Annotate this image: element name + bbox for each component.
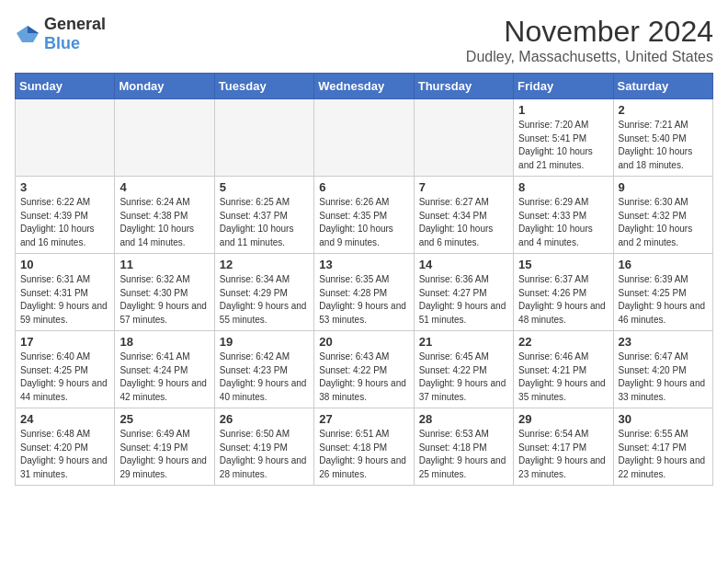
day-number: 29	[518, 412, 608, 426]
day-number: 19	[220, 335, 309, 349]
calendar-cell: 16Sunrise: 6:39 AM Sunset: 4:25 PM Dayli…	[613, 254, 712, 331]
day-number: 15	[518, 258, 608, 271]
day-info: Sunrise: 6:35 AM Sunset: 4:28 PM Dayligh…	[319, 273, 408, 327]
day-number: 23	[619, 335, 708, 349]
day-info: Sunrise: 6:54 AM Sunset: 4:17 PM Dayligh…	[518, 428, 608, 481]
day-info: Sunrise: 6:29 AM Sunset: 4:33 PM Dayligh…	[518, 196, 608, 249]
weekday-header-saturday: Saturday	[613, 74, 712, 99]
weekday-header-tuesday: Tuesday	[214, 74, 313, 99]
calendar-cell: 17Sunrise: 6:40 AM Sunset: 4:25 PM Dayli…	[16, 331, 115, 408]
day-number: 27	[319, 412, 408, 426]
calendar-cell: 6Sunrise: 6:26 AM Sunset: 4:35 PM Daylig…	[314, 177, 414, 254]
calendar-cell: 15Sunrise: 6:37 AM Sunset: 4:26 PM Dayli…	[514, 254, 613, 331]
calendar-cell: 13Sunrise: 6:35 AM Sunset: 4:28 PM Dayli…	[314, 254, 414, 331]
weekday-header-sunday: Sunday	[16, 74, 115, 99]
month-title: November 2024	[466, 15, 713, 49]
day-number: 2	[619, 103, 708, 117]
calendar-week-4: 17Sunrise: 6:40 AM Sunset: 4:25 PM Dayli…	[16, 331, 713, 408]
day-info: Sunrise: 6:48 AM Sunset: 4:20 PM Dayligh…	[20, 428, 109, 481]
calendar-cell: 19Sunrise: 6:42 AM Sunset: 4:23 PM Dayli…	[214, 331, 313, 408]
day-info: Sunrise: 6:53 AM Sunset: 4:18 PM Dayligh…	[419, 428, 508, 481]
day-info: Sunrise: 6:37 AM Sunset: 4:26 PM Dayligh…	[518, 273, 608, 327]
calendar-cell: 12Sunrise: 6:34 AM Sunset: 4:29 PM Dayli…	[214, 254, 313, 331]
calendar-cell: 28Sunrise: 6:53 AM Sunset: 4:18 PM Dayli…	[414, 408, 513, 486]
calendar-header: SundayMondayTuesdayWednesdayThursdayFrid…	[16, 74, 713, 99]
calendar-cell: 21Sunrise: 6:45 AM Sunset: 4:22 PM Dayli…	[414, 331, 513, 408]
calendar-cell: 27Sunrise: 6:51 AM Sunset: 4:18 PM Dayli…	[314, 408, 414, 486]
day-info: Sunrise: 6:31 AM Sunset: 4:31 PM Dayligh…	[20, 273, 109, 327]
calendar-cell: 18Sunrise: 6:41 AM Sunset: 4:24 PM Dayli…	[115, 331, 214, 408]
calendar-cell: 4Sunrise: 6:24 AM Sunset: 4:38 PM Daylig…	[115, 177, 214, 254]
day-number: 17	[20, 335, 109, 349]
day-number: 16	[619, 258, 708, 271]
day-info: Sunrise: 6:55 AM Sunset: 4:17 PM Dayligh…	[619, 428, 708, 481]
day-info: Sunrise: 6:32 AM Sunset: 4:30 PM Dayligh…	[119, 273, 209, 327]
calendar-cell	[16, 99, 115, 177]
day-info: Sunrise: 7:21 AM Sunset: 5:40 PM Dayligh…	[619, 119, 708, 172]
day-info: Sunrise: 6:50 AM Sunset: 4:19 PM Dayligh…	[220, 428, 309, 481]
day-number: 6	[319, 180, 408, 194]
day-number: 24	[20, 412, 109, 426]
day-number: 3	[20, 180, 109, 194]
calendar-cell: 23Sunrise: 6:47 AM Sunset: 4:20 PM Dayli…	[613, 331, 712, 408]
day-number: 8	[518, 180, 608, 194]
day-info: Sunrise: 6:36 AM Sunset: 4:27 PM Dayligh…	[419, 273, 508, 327]
svg-marker-1	[28, 26, 39, 33]
calendar-week-5: 24Sunrise: 6:48 AM Sunset: 4:20 PM Dayli…	[16, 408, 713, 486]
day-number: 30	[619, 412, 708, 426]
calendar-cell: 10Sunrise: 6:31 AM Sunset: 4:31 PM Dayli…	[16, 254, 115, 331]
calendar-cell: 1Sunrise: 7:20 AM Sunset: 5:41 PM Daylig…	[514, 99, 613, 177]
day-info: Sunrise: 6:43 AM Sunset: 4:22 PM Dayligh…	[319, 350, 408, 404]
calendar-cell	[414, 99, 513, 177]
calendar-cell: 24Sunrise: 6:48 AM Sunset: 4:20 PM Dayli…	[16, 408, 115, 486]
day-number: 10	[20, 258, 109, 271]
day-info: Sunrise: 6:25 AM Sunset: 4:37 PM Dayligh…	[220, 196, 309, 249]
weekday-header-thursday: Thursday	[414, 74, 513, 99]
calendar-week-2: 3Sunrise: 6:22 AM Sunset: 4:39 PM Daylig…	[16, 177, 713, 254]
calendar-cell: 9Sunrise: 6:30 AM Sunset: 4:32 PM Daylig…	[613, 177, 712, 254]
day-info: Sunrise: 6:34 AM Sunset: 4:29 PM Dayligh…	[220, 273, 309, 327]
logo-general: General	[44, 15, 106, 33]
day-info: Sunrise: 6:30 AM Sunset: 4:32 PM Dayligh…	[619, 196, 708, 249]
day-info: Sunrise: 6:45 AM Sunset: 4:22 PM Dayligh…	[419, 350, 508, 404]
day-number: 13	[319, 258, 408, 271]
day-info: Sunrise: 6:24 AM Sunset: 4:38 PM Dayligh…	[119, 196, 209, 249]
logo-icon	[15, 24, 40, 44]
day-info: Sunrise: 6:42 AM Sunset: 4:23 PM Dayligh…	[220, 350, 309, 404]
day-info: Sunrise: 6:49 AM Sunset: 4:19 PM Dayligh…	[119, 428, 209, 481]
calendar-table: SundayMondayTuesdayWednesdayThursdayFrid…	[15, 73, 713, 486]
calendar-cell: 2Sunrise: 7:21 AM Sunset: 5:40 PM Daylig…	[613, 99, 712, 177]
weekday-header-wednesday: Wednesday	[314, 74, 414, 99]
day-info: Sunrise: 6:46 AM Sunset: 4:21 PM Dayligh…	[518, 350, 608, 404]
weekday-header-friday: Friday	[514, 74, 613, 99]
day-number: 12	[220, 258, 309, 271]
calendar-body: 1Sunrise: 7:20 AM Sunset: 5:41 PM Daylig…	[16, 99, 713, 486]
day-number: 7	[419, 180, 508, 194]
day-info: Sunrise: 6:51 AM Sunset: 4:18 PM Dayligh…	[319, 428, 408, 481]
calendar-cell: 25Sunrise: 6:49 AM Sunset: 4:19 PM Dayli…	[115, 408, 214, 486]
day-number: 20	[319, 335, 408, 349]
calendar-cell	[214, 99, 313, 177]
day-info: Sunrise: 6:41 AM Sunset: 4:24 PM Dayligh…	[119, 350, 209, 404]
day-number: 25	[119, 412, 209, 426]
day-number: 5	[220, 180, 309, 194]
calendar-cell	[115, 99, 214, 177]
calendar-cell: 30Sunrise: 6:55 AM Sunset: 4:17 PM Dayli…	[613, 408, 712, 486]
day-number: 22	[518, 335, 608, 349]
day-number: 1	[518, 103, 608, 117]
calendar-cell: 22Sunrise: 6:46 AM Sunset: 4:21 PM Dayli…	[514, 331, 613, 408]
day-info: Sunrise: 6:26 AM Sunset: 4:35 PM Dayligh…	[319, 196, 408, 249]
calendar-week-3: 10Sunrise: 6:31 AM Sunset: 4:31 PM Dayli…	[16, 254, 713, 331]
day-info: Sunrise: 7:20 AM Sunset: 5:41 PM Dayligh…	[518, 119, 608, 172]
day-info: Sunrise: 6:47 AM Sunset: 4:20 PM Dayligh…	[619, 350, 708, 404]
calendar-cell	[314, 99, 414, 177]
day-info: Sunrise: 6:22 AM Sunset: 4:39 PM Dayligh…	[20, 196, 109, 249]
day-number: 18	[119, 335, 209, 349]
calendar-cell: 5Sunrise: 6:25 AM Sunset: 4:37 PM Daylig…	[214, 177, 313, 254]
calendar-cell: 26Sunrise: 6:50 AM Sunset: 4:19 PM Dayli…	[214, 408, 313, 486]
logo: General Blue	[15, 15, 106, 53]
day-info: Sunrise: 6:39 AM Sunset: 4:25 PM Dayligh…	[619, 273, 708, 327]
day-number: 4	[119, 180, 209, 194]
weekday-header-row: SundayMondayTuesdayWednesdayThursdayFrid…	[16, 74, 713, 99]
day-number: 26	[220, 412, 309, 426]
